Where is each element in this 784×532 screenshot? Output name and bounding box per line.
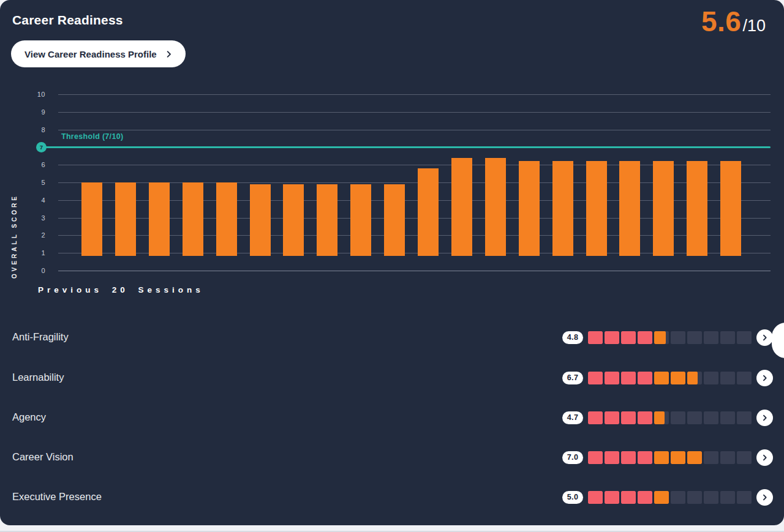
score-segment-fill — [638, 411, 652, 424]
session-score-bar[interactable] — [519, 161, 540, 256]
score-segment-fill — [588, 411, 603, 424]
session-score-bar[interactable] — [720, 161, 741, 256]
skill-score-badge: 4.7 — [562, 411, 583, 424]
view-profile-button[interactable]: View Career Readiness Profile — [11, 40, 186, 67]
session-score-bar[interactable] — [384, 184, 405, 256]
overall-score: 5.6 /10 — [701, 5, 766, 38]
score-segment-fill — [671, 451, 685, 464]
score-segment-fill — [605, 451, 619, 464]
session-score-bar[interactable] — [653, 161, 674, 256]
session-score-bar[interactable] — [552, 161, 573, 256]
score-segment-fill — [687, 451, 702, 464]
score-segment — [638, 372, 652, 384]
score-segment — [605, 491, 619, 504]
y-tick-label: 2 — [18, 231, 45, 239]
score-segment — [605, 331, 619, 344]
session-score-bar[interactable] — [81, 182, 102, 256]
score-chart: OVERALL SCORE 7 Threshold (7/10) Previou… — [0, 86, 784, 301]
score-segment — [671, 451, 685, 464]
score-segment-fill — [687, 372, 698, 384]
skill-score-group: 6.7 — [562, 370, 773, 386]
score-segment — [737, 372, 752, 384]
score-segment-fill — [605, 331, 619, 344]
score-segment-fill — [605, 411, 619, 424]
score-segment — [704, 491, 718, 504]
session-score-bar[interactable] — [619, 161, 640, 256]
score-segment — [687, 451, 702, 464]
threshold-marker: 7 — [36, 142, 47, 152]
overall-score-value: 5.6 — [701, 5, 741, 38]
skill-detail-button[interactable] — [756, 329, 773, 346]
session-score-bar[interactable] — [586, 161, 607, 256]
y-tick-label: 5 — [18, 178, 45, 187]
score-segment-fill — [654, 372, 669, 384]
score-segment-fill — [605, 372, 619, 384]
session-score-bar[interactable] — [250, 184, 271, 256]
skill-score-badge: 6.7 — [562, 372, 583, 384]
score-segment-fill — [588, 372, 603, 384]
score-segment — [621, 372, 636, 384]
score-segment — [638, 491, 652, 504]
skill-label: Agency — [12, 411, 46, 423]
skill-score-badge: 4.8 — [562, 331, 583, 344]
score-segment — [654, 372, 669, 384]
score-segment-fill — [671, 372, 685, 384]
skill-score-group: 4.7 — [562, 410, 773, 426]
skill-score-group: 5.0 — [562, 489, 773, 506]
score-segment — [638, 411, 652, 424]
score-segment-fill — [638, 491, 652, 504]
score-segment — [720, 451, 735, 464]
skill-detail-button[interactable] — [756, 410, 773, 426]
session-score-bar[interactable] — [149, 182, 170, 256]
score-segment-fill — [654, 331, 666, 344]
skill-detail-button[interactable] — [756, 370, 773, 386]
score-segment — [671, 491, 685, 504]
threshold-line — [42, 146, 771, 148]
session-score-bar[interactable] — [350, 184, 371, 256]
score-segment — [638, 451, 652, 464]
skill-detail-button[interactable] — [756, 489, 773, 506]
score-segment — [654, 451, 669, 464]
skill-score-segments — [588, 372, 752, 384]
skill-score-badge: 5.0 — [562, 491, 583, 504]
y-tick-label: 9 — [18, 108, 45, 116]
session-score-bar[interactable] — [687, 161, 707, 256]
score-segment — [687, 491, 702, 504]
score-segment-fill — [588, 491, 603, 504]
y-tick-label: 4 — [18, 196, 45, 204]
session-score-bar[interactable] — [418, 168, 439, 256]
y-tick-label: 0 — [18, 266, 45, 275]
score-segment-fill — [588, 331, 603, 344]
skill-row: Anti-Fragility4.8 — [0, 320, 784, 354]
score-segment — [687, 331, 702, 344]
score-segment — [737, 491, 752, 504]
score-segment — [621, 411, 636, 424]
score-segment-fill — [638, 451, 652, 464]
session-score-bar[interactable] — [485, 158, 506, 256]
skill-row: Agency4.7 — [0, 400, 784, 435]
score-segment — [720, 411, 735, 424]
skill-score-group: 4.8 — [562, 329, 773, 346]
skill-row: Executive Presence5.0 — [0, 480, 784, 514]
score-segment — [671, 372, 685, 384]
score-segment — [720, 331, 735, 344]
session-score-bar[interactable] — [115, 182, 136, 256]
page-title: Career Readiness — [12, 13, 123, 28]
session-score-bar[interactable] — [283, 184, 304, 256]
overall-score-max: /10 — [742, 17, 766, 36]
score-segment — [588, 491, 603, 504]
score-segment-fill — [654, 451, 669, 464]
session-score-bar[interactable] — [317, 184, 337, 256]
score-segment-fill — [621, 331, 636, 344]
gridline — [58, 112, 771, 113]
session-score-bar[interactable] — [216, 182, 237, 256]
skill-detail-button[interactable] — [756, 449, 773, 466]
y-axis-title: OVERALL SCORE — [11, 181, 18, 291]
score-segment — [654, 491, 669, 504]
plot-area — [58, 94, 771, 271]
score-segment — [638, 331, 652, 344]
score-segment — [605, 411, 619, 424]
session-score-bar[interactable] — [183, 182, 203, 256]
session-score-bar[interactable] — [451, 158, 472, 256]
score-segment — [588, 451, 603, 464]
